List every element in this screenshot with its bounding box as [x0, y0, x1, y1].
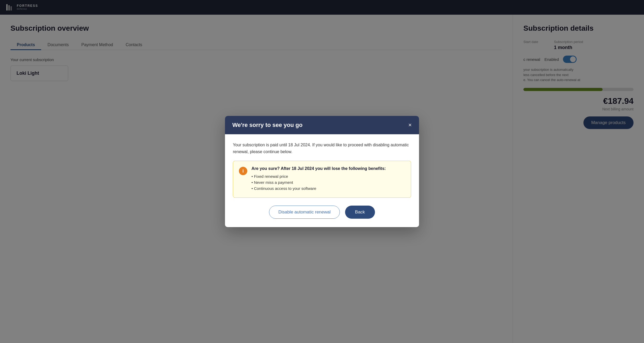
benefits-list: Fixed renewal price Never miss a payment… — [251, 174, 386, 191]
benefit-item: Never miss a payment — [251, 180, 386, 185]
modal-actions: Disable automatic renewal Back — [233, 206, 411, 219]
modal-header: We're sorry to see you go × — [225, 116, 419, 134]
info-content: Are you sure? After 18 Jul 2024 you will… — [251, 166, 386, 192]
modal-description: Your subscription is paid until 18 Jul 2… — [233, 142, 411, 155]
modal-close-button[interactable]: × — [408, 122, 412, 128]
modal-body: Your subscription is paid until 18 Jul 2… — [225, 134, 419, 227]
info-icon: i — [239, 167, 247, 175]
modal-title: We're sorry to see you go — [232, 122, 303, 128]
info-title: Are you sure? After 18 Jul 2024 you will… — [251, 166, 386, 171]
benefit-item: Fixed renewal price — [251, 174, 386, 179]
modal-overlay: We're sorry to see you go × Your subscri… — [0, 0, 644, 343]
modal: We're sorry to see you go × Your subscri… — [225, 116, 419, 227]
disable-renewal-button[interactable]: Disable automatic renewal — [269, 206, 340, 219]
benefit-item: Continuous access to your software — [251, 186, 386, 191]
info-box: i Are you sure? After 18 Jul 2024 you wi… — [233, 161, 411, 198]
back-button[interactable]: Back — [345, 206, 375, 219]
